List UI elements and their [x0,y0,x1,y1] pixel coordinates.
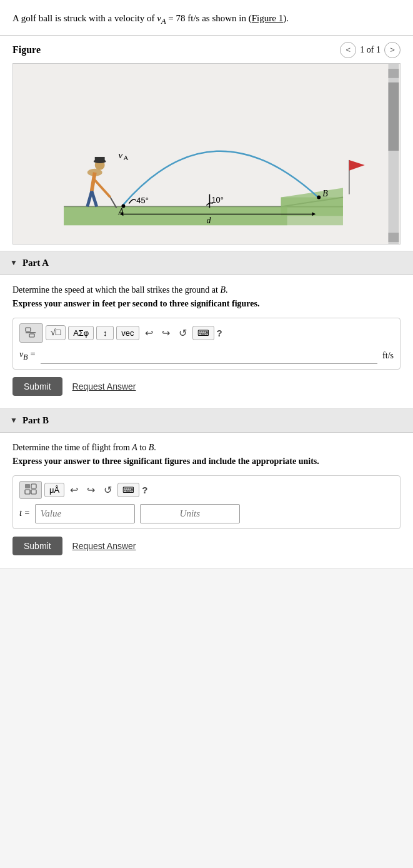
part-b-refresh-button[interactable]: ↺ [101,483,115,497]
figure-title: Figure [12,44,41,56]
part-a-request-answer-button[interactable]: Request Answer [72,381,136,391]
svg-rect-39 [25,490,30,494]
main-container: A golf ball is struck with a velocity of… [0,0,413,868]
part-b-answer-box: μÅ ↩ ↪ ↺ ⌨ ? t = [12,475,401,529]
svg-text:A: A [123,154,128,161]
figure-section: Figure < 1 of 1 > [0,36,413,251]
part-b-redo-button[interactable]: ↪ [84,483,98,497]
part-b-value-input[interactable] [35,504,135,523]
part-b-undo-button[interactable]: ↩ [67,483,81,497]
sqrt-button[interactable]: √□ [46,325,66,340]
svg-text:d: d [206,216,211,225]
part-b-arrow: ▼ [10,416,17,425]
arrow-updown-button[interactable]: ↕ [96,326,114,340]
problem-text: A golf ball is struck with a velocity of… [12,11,401,28]
figure-link[interactable]: Figure 1 [252,13,283,23]
figure-nav: < 1 of 1 > [340,42,401,58]
alpha-sigma-icon: ΑΣφ [73,328,89,338]
keyboard-button[interactable]: ⌨ [192,326,214,340]
part-b-action-row: Submit Request Answer [12,537,401,555]
part-a-description: Determine the speed at which the ball st… [12,285,401,295]
part-a-action-row: Submit Request Answer [12,377,401,396]
svg-text:10°: 10° [211,195,224,204]
svg-rect-36 [29,334,34,337]
svg-rect-38 [31,484,36,488]
part-b-keyboard-icon: ⌨ [122,485,134,495]
svg-text:B: B [322,188,328,198]
alpha-sigma-button[interactable]: ΑΣφ [68,326,94,340]
part-a-toolbar: √□ ΑΣφ ↕ vec ↩ ↪ ↺ ⌨ [19,323,394,343]
figure-next-button[interactable]: > [384,42,401,58]
part-a-answer-label: vB = [19,350,36,361]
matrix-button[interactable] [19,481,42,499]
fraction-icon [24,326,38,340]
part-b-description: Determine the time of flight from A to B… [12,443,401,453]
part-b-input-row: t = [19,504,394,523]
part-b-units-input[interactable] [140,504,240,523]
part-a-arrow: ▼ [10,258,17,268]
part-b-request-answer-button[interactable]: Request Answer [72,541,136,551]
part-a-header[interactable]: ▼ Part A [0,251,413,275]
part-a-units: ft/s [382,351,394,361]
svg-rect-40 [31,490,36,494]
part-b-label: Part B [22,415,49,426]
part-b-header[interactable]: ▼ Part B [0,409,413,433]
part-b-instruction: Express your answer to three significant… [12,457,401,467]
svg-text:45°: 45° [136,196,149,205]
figure-prev-button[interactable]: < [340,42,356,58]
part-a-input-row: vB = ft/s [19,348,394,364]
figure-header: Figure < 1 of 1 > [12,42,401,58]
keyboard-icon: ⌨ [197,328,209,338]
vec-button[interactable]: vec [116,326,139,340]
part-b-keyboard-button[interactable]: ⌨ [117,483,139,497]
part-a-submit-button[interactable]: Submit [12,377,62,396]
vec-icon: vec [121,328,134,338]
mu-button[interactable]: μÅ [44,483,64,497]
undo-button[interactable]: ↩ [142,326,156,340]
part-b-toolbar: μÅ ↩ ↪ ↺ ⌨ ? [19,481,394,499]
svg-rect-37 [25,484,30,488]
part-b-answer-label: t = [19,508,30,518]
svg-text:v: v [118,150,122,160]
help-button[interactable]: ? [217,328,222,338]
part-a-label: Part A [22,258,49,268]
svg-rect-33 [388,233,399,242]
svg-rect-32 [388,83,399,151]
part-a-input[interactable] [41,348,377,364]
refresh-button[interactable]: ↺ [176,326,190,340]
part-b-help-button[interactable]: ? [142,485,147,495]
part-b-content: Determine the time of flight from A to B… [0,433,413,568]
sqrt-icon: √□ [51,328,61,338]
figure-nav-text: 1 of 1 [360,45,381,55]
part-b-section: ▼ Part B Determine the time of flight fr… [0,409,413,568]
mu-icon: μÅ [49,485,59,495]
part-a-content: Determine the speed at which the ball st… [0,275,413,408]
figure-image: v A 45° A 10° [12,63,401,245]
part-a-section: ▼ Part A Determine the speed at which th… [0,251,413,409]
svg-rect-4 [64,206,287,225]
part-b-submit-button[interactable]: Submit [12,537,62,555]
part-a-instruction: Express your answer in feet per second t… [12,299,401,309]
svg-rect-31 [388,69,399,78]
matrix-icon [24,483,37,497]
part-a-answer-box: √□ ΑΣφ ↕ vec ↩ ↪ ↺ ⌨ [12,318,401,370]
svg-rect-34 [26,328,31,331]
figure-diagram: v A 45° A 10° [13,64,400,244]
redo-button[interactable]: ↪ [159,326,173,340]
fraction-button[interactable] [19,323,43,343]
svg-rect-14 [95,157,105,162]
problem-statement: A golf ball is struck with a velocity of… [0,0,413,36]
svg-point-26 [317,195,321,199]
updown-icon: ↕ [103,328,107,338]
